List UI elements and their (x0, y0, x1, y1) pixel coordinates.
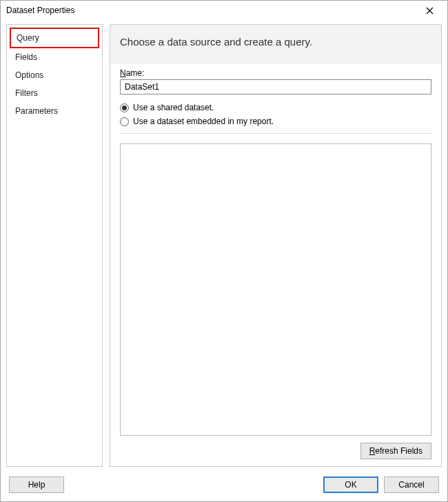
ok-button[interactable]: OK (323, 476, 378, 493)
dialog-window: Dataset Properties Query Fields Options … (0, 0, 448, 502)
dataset-list-box[interactable] (120, 143, 431, 436)
radio-icon (120, 103, 129, 112)
panel-heading: Choose a data source and create a query. (110, 25, 441, 64)
radio-icon (120, 117, 129, 126)
dataset-mode-group: Use a shared dataset. Use a dataset embe… (120, 103, 431, 134)
sidebar-item-filters[interactable]: Filters (10, 84, 99, 102)
dialog-body: Query Fields Options Filters Parameters … (1, 20, 447, 471)
close-button[interactable] (417, 1, 442, 20)
sidebar-item-label: Fields (15, 52, 37, 62)
sidebar-item-label: Parameters (15, 106, 58, 116)
radio-shared-dataset[interactable]: Use a shared dataset. (120, 103, 431, 112)
name-input[interactable] (120, 79, 431, 94)
sidebar-item-label: Filters (15, 88, 38, 98)
main-panel: Choose a data source and create a query.… (110, 24, 442, 467)
sidebar-item-options[interactable]: Options (10, 66, 99, 84)
help-button[interactable]: Help (9, 476, 64, 493)
sidebar-item-fields[interactable]: Fields (10, 48, 99, 66)
dialog-footer: Help OK Cancel (1, 471, 447, 501)
titlebar: Dataset Properties (1, 1, 447, 20)
sidebar: Query Fields Options Filters Parameters (6, 24, 103, 467)
dialog-title: Dataset Properties (6, 6, 74, 15)
name-label: Name: (120, 68, 431, 78)
sidebar-item-parameters[interactable]: Parameters (10, 102, 99, 120)
sidebar-item-query[interactable]: Query (10, 28, 99, 48)
sidebar-item-label: Options (15, 70, 43, 80)
sidebar-item-label: Query (17, 33, 39, 43)
radio-label: Use a shared dataset. (133, 103, 214, 112)
form-area: Name: Use a shared dataset. Use a datase… (110, 64, 441, 466)
close-icon (426, 7, 434, 14)
refresh-fields-button[interactable]: Refresh Fields (360, 443, 431, 459)
refresh-row: Refresh Fields (120, 443, 431, 459)
radio-label: Use a dataset embedded in my report. (133, 117, 274, 126)
radio-embedded-dataset[interactable]: Use a dataset embedded in my report. (120, 117, 431, 126)
cancel-button[interactable]: Cancel (384, 476, 439, 493)
